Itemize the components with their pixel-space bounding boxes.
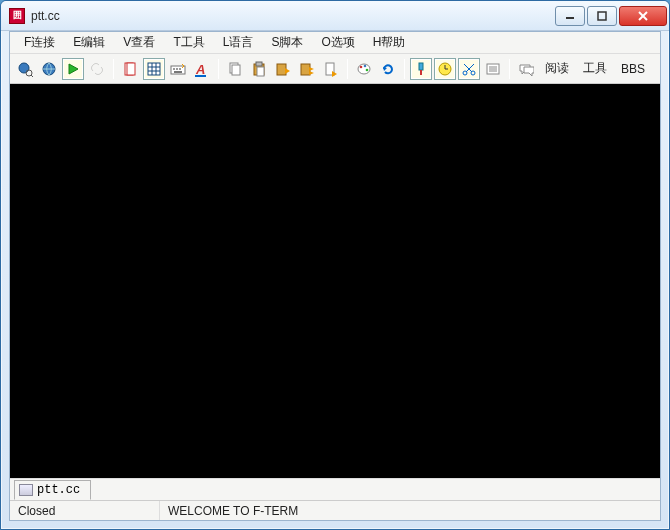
palette-icon[interactable] [353,58,375,80]
session-tab[interactable]: ptt.cc [14,480,91,500]
refresh-icon[interactable] [377,58,399,80]
toolbar-text-read[interactable]: 阅读 [539,60,575,77]
toolbar-text-tools[interactable]: 工具 [577,60,613,77]
tabbar: ptt.cc [10,478,660,500]
svg-point-17 [173,68,175,70]
svg-rect-24 [232,65,240,75]
svg-marker-8 [69,64,78,74]
svg-rect-36 [419,63,423,70]
menu-help[interactable]: H帮助 [365,32,414,53]
svg-rect-26 [256,62,262,66]
app-window: 囲 ptt.cc F连接 E编辑 V查看 T工具 L语言 S脚本 O选项 H帮助 [0,0,670,530]
svg-point-18 [176,68,178,70]
menu-options[interactable]: O选项 [313,32,362,53]
menu-connect[interactable]: F连接 [16,32,63,53]
paste-icon[interactable] [248,58,270,80]
menu-view[interactable]: V查看 [115,32,163,53]
svg-marker-35 [383,67,387,71]
svg-rect-28 [277,64,286,75]
chat-icon[interactable] [515,58,537,80]
menu-edit[interactable]: E编辑 [65,32,113,53]
client-area: F连接 E编辑 V查看 T工具 L语言 S脚本 O选项 H帮助 A [9,31,661,521]
link-icon [86,58,108,80]
separator [218,59,219,79]
separator [509,59,510,79]
menu-tools[interactable]: T工具 [165,32,212,53]
titlebar[interactable]: 囲 ptt.cc [1,1,669,31]
svg-rect-29 [301,64,310,75]
separator [113,59,114,79]
svg-point-32 [360,65,363,68]
svg-text:A: A [195,62,205,77]
font-icon[interactable]: A [191,58,213,80]
menu-language[interactable]: L语言 [215,32,262,53]
svg-rect-27 [257,67,264,76]
pin-icon[interactable] [410,58,432,80]
status-state: Closed [10,501,160,520]
globe-icon[interactable] [38,58,60,80]
paste-special-icon[interactable] [296,58,318,80]
minimize-button[interactable] [555,6,585,26]
svg-point-4 [19,63,29,73]
play-button[interactable] [62,58,84,80]
svg-rect-10 [127,63,135,75]
svg-point-19 [179,68,181,70]
svg-rect-11 [148,63,160,75]
window-title: ptt.cc [31,9,555,23]
status-message: WELCOME TO F-TERM [160,501,306,520]
close-button[interactable] [619,6,667,26]
keyboard-icon[interactable] [167,58,189,80]
tab-label: ptt.cc [37,483,80,497]
app-icon: 囲 [9,8,25,24]
list-icon[interactable] [482,58,504,80]
svg-rect-20 [174,71,182,73]
scissors-icon[interactable] [458,58,480,80]
svg-point-34 [366,68,369,71]
copy-icon[interactable] [224,58,246,80]
terminal-view[interactable] [10,84,660,478]
paste-arrow-icon[interactable] [272,58,294,80]
toolbar-text-bbs[interactable]: BBS [615,62,651,76]
globe-search-icon[interactable] [14,58,36,80]
clock-icon[interactable] [434,58,456,80]
separator [404,59,405,79]
svg-line-6 [31,75,33,77]
maximize-button[interactable] [587,6,617,26]
menubar: F连接 E编辑 V查看 T工具 L语言 S脚本 O选项 H帮助 [10,32,660,54]
separator [347,59,348,79]
svg-rect-1 [598,12,606,20]
window-controls [555,6,667,26]
statusbar: Closed WELCOME TO F-TERM [10,500,660,520]
monitor-icon [19,484,33,496]
svg-point-33 [364,64,367,67]
toolbar: A 阅读 工具 BBS [10,54,660,84]
paste-file-icon[interactable] [320,58,342,80]
menu-script[interactable]: S脚本 [263,32,311,53]
booklet-icon[interactable] [119,58,141,80]
grid-icon[interactable] [143,58,165,80]
